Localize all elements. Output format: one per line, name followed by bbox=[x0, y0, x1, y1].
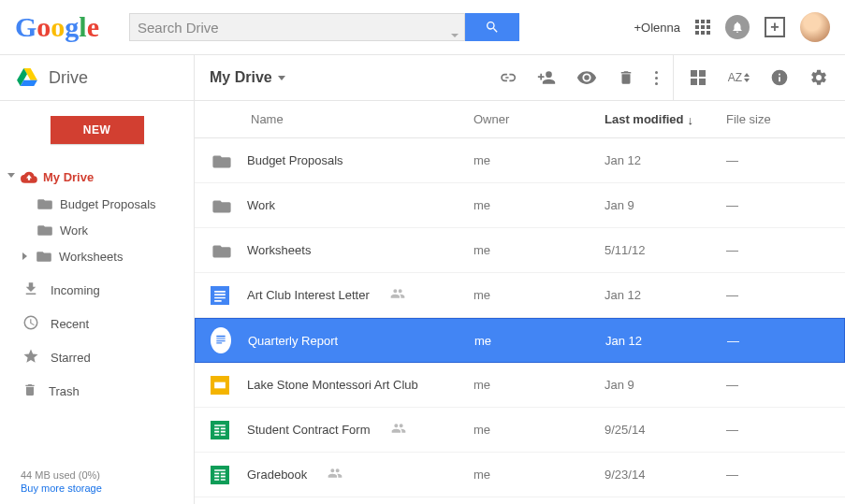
notifications-icon[interactable] bbox=[725, 15, 750, 39]
size-cell: — bbox=[726, 153, 820, 167]
trash-icon[interactable] bbox=[618, 69, 634, 86]
size-cell: — bbox=[727, 334, 821, 348]
name-cell: Lake Stone Montessori Art Club bbox=[210, 376, 473, 395]
add-person-icon[interactable] bbox=[537, 68, 556, 87]
topbar-right: +Olenna + bbox=[634, 12, 830, 42]
owner-cell: me bbox=[473, 423, 605, 437]
folder-icon bbox=[37, 198, 52, 210]
link-icon[interactable] bbox=[498, 68, 517, 87]
star-icon bbox=[22, 348, 39, 367]
search-box: Search Drive bbox=[129, 13, 519, 41]
gear-icon[interactable] bbox=[809, 68, 828, 87]
modified-cell: Jan 9 bbox=[605, 378, 726, 392]
owner-cell: me bbox=[473, 243, 605, 257]
file-row[interactable]: Budget ProposalsmeJan 12— bbox=[195, 138, 845, 183]
tree-child[interactable]: Worksheets bbox=[0, 243, 194, 269]
clock-icon bbox=[22, 314, 39, 334]
tree-child-label: Work bbox=[60, 223, 88, 238]
sidebar-item-starred[interactable]: Starred bbox=[0, 340, 194, 374]
avatar[interactable] bbox=[800, 12, 830, 42]
buy-storage-link[interactable]: Buy more storage bbox=[21, 482, 194, 494]
file-name: Budget Proposals bbox=[247, 153, 343, 167]
location-dropdown[interactable]: My Drive bbox=[210, 69, 285, 86]
file-name: Student Contract Form bbox=[247, 423, 371, 437]
tree-child[interactable]: Budget Proposals bbox=[0, 191, 194, 217]
new-button[interactable]: NEW bbox=[51, 116, 144, 144]
name-cell: Student Contract Form bbox=[210, 421, 473, 439]
brand-cell[interactable]: Drive bbox=[0, 55, 195, 100]
col-modified[interactable]: Last modified↓ bbox=[605, 112, 726, 126]
info-icon[interactable] bbox=[770, 68, 789, 87]
owner-cell: me bbox=[473, 198, 605, 212]
search-dropdown-icon[interactable] bbox=[451, 34, 459, 37]
col-owner[interactable]: Owner bbox=[473, 112, 605, 126]
search-placeholder: Search Drive bbox=[138, 20, 219, 36]
sort-desc-icon: ↓ bbox=[688, 113, 694, 127]
file-row[interactable]: Lake Stone Montessori Art ClubmeJan 9— bbox=[195, 363, 845, 408]
size-cell: — bbox=[726, 288, 820, 302]
search-icon bbox=[485, 20, 500, 35]
name-cell: Worksheets bbox=[210, 243, 473, 257]
column-headers: Name Owner Last modified↓ File size bbox=[195, 101, 845, 138]
cloud-icon bbox=[21, 170, 37, 183]
svg-rect-4 bbox=[211, 466, 229, 484]
toolbar-view: AZ bbox=[674, 55, 845, 100]
name-cell: Quarterly Report bbox=[211, 327, 474, 353]
brand-label: Drive bbox=[49, 68, 88, 88]
folder-icon bbox=[212, 244, 227, 256]
owner-cell: me bbox=[473, 288, 605, 302]
doc-icon bbox=[211, 327, 231, 353]
sidebar-item-incoming[interactable]: Incoming bbox=[0, 273, 194, 307]
sidebar-item-trash[interactable]: Trash bbox=[0, 374, 194, 408]
sidebar-item-recent[interactable]: Recent bbox=[0, 307, 194, 340]
file-row[interactable]: Quarterly ReportmeJan 12— bbox=[195, 318, 845, 363]
size-cell: — bbox=[726, 468, 820, 482]
folder-icon bbox=[36, 251, 51, 263]
col-size[interactable]: File size bbox=[726, 112, 820, 126]
chevron-down-icon bbox=[278, 76, 285, 80]
modified-cell: Jan 12 bbox=[605, 153, 726, 167]
file-name: Quarterly Report bbox=[248, 334, 338, 348]
more-actions-icon[interactable] bbox=[655, 71, 658, 85]
share-box-icon[interactable]: + bbox=[765, 17, 785, 37]
search-input[interactable]: Search Drive bbox=[129, 13, 465, 41]
owner-cell: me bbox=[473, 378, 605, 392]
file-row[interactable]: Student Contract Formme9/25/14— bbox=[195, 408, 845, 453]
body: NEW My Drive Budget ProposalsWorkWorkshe… bbox=[0, 101, 845, 504]
owner-cell: me bbox=[473, 153, 605, 167]
search-button[interactable] bbox=[465, 13, 519, 41]
chevron-right-icon[interactable] bbox=[22, 252, 27, 260]
file-name: Worksheets bbox=[247, 243, 311, 257]
file-row[interactable]: WorkmeJan 9— bbox=[195, 183, 845, 228]
name-cell: Gradebook bbox=[210, 466, 473, 484]
modified-cell: 5/11/12 bbox=[605, 243, 726, 257]
top-bar: Google Search Drive +Olenna + bbox=[0, 0, 845, 54]
sidebar-item-label: Recent bbox=[51, 317, 89, 331]
sort-az-button[interactable]: AZ bbox=[726, 71, 750, 84]
sheet-icon bbox=[211, 421, 229, 439]
chevron-down-icon[interactable] bbox=[7, 173, 15, 181]
shared-icon bbox=[391, 421, 406, 439]
size-cell: — bbox=[726, 378, 820, 392]
grid-view-icon[interactable] bbox=[691, 70, 706, 85]
preview-icon[interactable] bbox=[576, 67, 597, 88]
file-row[interactable]: Gradebookme9/23/14— bbox=[195, 453, 845, 497]
tree-child-label: Worksheets bbox=[59, 250, 123, 264]
tree-root-label: My Drive bbox=[43, 170, 94, 184]
tree-child[interactable]: Work bbox=[0, 217, 194, 243]
tree-root-my-drive[interactable]: My Drive bbox=[0, 163, 194, 191]
file-row[interactable]: Art Club Interest LettermeJan 12— bbox=[195, 273, 845, 318]
shared-icon bbox=[328, 466, 342, 483]
toolbar-actions bbox=[498, 67, 658, 88]
name-cell: Art Club Interest Letter bbox=[210, 286, 473, 305]
file-row[interactable]: Worksheetsme5/11/12— bbox=[195, 228, 845, 273]
trash-icon bbox=[22, 382, 37, 400]
name-cell: Work bbox=[210, 198, 473, 212]
apps-icon[interactable] bbox=[695, 20, 710, 35]
sidebar-item-label: Starred bbox=[51, 351, 91, 365]
user-plus-name[interactable]: +Olenna bbox=[634, 21, 680, 35]
google-logo[interactable]: Google bbox=[15, 11, 99, 43]
storage-info: 44 MB used (0%) Buy more storage bbox=[0, 462, 194, 504]
col-name[interactable]: Name bbox=[210, 112, 473, 126]
file-list: Budget ProposalsmeJan 12—WorkmeJan 9—Wor… bbox=[195, 138, 845, 497]
